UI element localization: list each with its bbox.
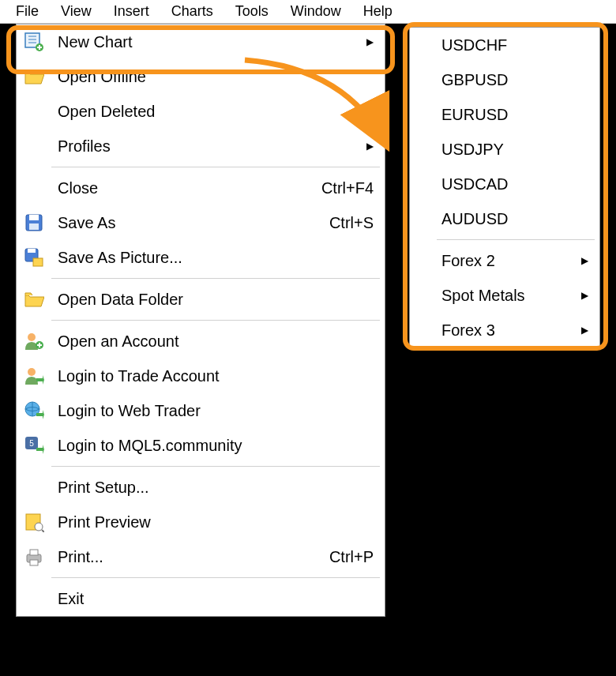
menu-separator [51,466,380,467]
menu-label: Print Setup... [51,479,374,497]
submenu-arrow-icon: ▶ [362,36,374,47]
user-add-icon [17,331,51,351]
file-menu: New Chart ▶ Open Offline Open Deleted ▶ … [16,24,385,617]
svg-point-13 [28,333,36,341]
menu-open-deleted[interactable]: Open Deleted ▶ [17,94,385,129]
menu-shortcut: Ctrl+S [314,214,374,232]
menu-label: Exit [51,590,374,608]
menu-login-trade[interactable]: Login to Trade Account [17,359,385,393]
new-chart-icon [17,32,51,52]
menu-label: Login to Web Trader [51,402,374,420]
svg-rect-9 [29,223,39,230]
menubar: File View Insert Charts Tools Window Hel… [0,0,616,24]
menu-profiles[interactable]: Profiles ▶ [17,129,385,163]
menu-new-chart[interactable]: New Chart ▶ [17,24,385,59]
menubar-window[interactable]: Window [291,3,341,20]
menu-label: Login to MQL5.community [51,437,374,455]
menu-label: USDCAD [437,175,588,193]
menu-save-as-picture[interactable]: Save As Picture... [17,240,385,275]
menu-label: USDJPY [437,141,588,159]
menu-separator [51,577,380,578]
menu-label: Open Data Folder [51,291,374,309]
submenu-usdjpy[interactable]: USDJPY [410,132,599,167]
menu-open-account[interactable]: Open an Account [17,324,385,359]
save-icon [17,212,51,233]
menubar-help[interactable]: Help [363,3,393,20]
menu-label: Forex 3 [437,321,577,340]
menu-label: Close [51,179,306,197]
menu-label: New Chart [51,33,362,51]
folder-icon [17,289,51,310]
submenu-forex3[interactable]: Forex 3 ▶ [410,313,599,347]
submenu-eurusd[interactable]: EURUSD [410,97,599,132]
submenu-audusd[interactable]: AUDUSD [410,201,599,236]
svg-point-17 [28,368,36,376]
menu-save-as[interactable]: Save As Ctrl+S [17,205,385,240]
svg-rect-11 [28,249,36,253]
menu-print-preview[interactable]: Print Preview [17,505,385,539]
printer-icon [17,546,51,567]
print-preview-icon [17,512,51,532]
menu-separator [51,278,380,279]
submenu-usdcad[interactable]: USDCAD [410,167,599,201]
submenu-arrow-icon: ▶ [577,290,588,301]
menu-login-mql5[interactable]: 5 Login to MQL5.community [17,428,385,463]
menu-label: Login to Trade Account [51,367,374,385]
svg-rect-8 [29,215,39,220]
svg-text:5: 5 [29,439,34,448]
menu-login-web[interactable]: Login to Web Trader [17,393,385,428]
menubar-file[interactable]: File [16,3,39,20]
menu-shortcut: Ctrl+P [314,548,374,566]
menu-label: GBPUSD [437,71,588,89]
menu-label: Open Offline [51,68,374,86]
menu-separator [437,239,595,240]
menubar-charts[interactable]: Charts [171,3,213,20]
menu-shortcut: Ctrl+F4 [306,179,374,197]
menu-label: Print Preview [51,513,374,531]
user-arrow-icon [17,366,51,386]
menu-label: Profiles [51,137,362,156]
svg-point-23 [35,523,43,531]
menubar-view[interactable]: View [61,3,92,20]
submenu-forex2[interactable]: Forex 2 ▶ [410,243,599,278]
globe-arrow-icon [17,400,51,421]
menu-open-data-folder[interactable]: Open Data Folder [17,282,385,317]
menu-separator [51,320,380,321]
submenu-arrow-icon: ▶ [577,255,588,266]
svg-rect-27 [30,560,38,565]
svg-line-24 [42,530,44,532]
menu-close[interactable]: Close Ctrl+F4 [17,171,385,205]
menu-exit[interactable]: Exit [17,581,385,616]
new-chart-submenu: USDCHF GBPUSD EURUSD USDJPY USDCAD AUDUS… [409,27,600,348]
menu-label: Spot Metals [437,287,577,305]
menu-label: Save As [51,214,314,232]
menu-separator [51,167,380,167]
menu-label: USDCHF [437,36,588,54]
mql5-icon: 5 [17,435,51,456]
menu-open-offline[interactable]: Open Offline [17,59,385,94]
svg-rect-12 [33,258,43,266]
svg-rect-26 [30,550,38,555]
submenu-gbpusd[interactable]: GBPUSD [410,62,599,97]
menubar-insert[interactable]: Insert [114,3,149,20]
menu-label: Open an Account [51,332,374,351]
menu-print-setup[interactable]: Print Setup... [17,470,385,505]
menu-print[interactable]: Print... Ctrl+P [17,539,385,574]
submenu-usdchf[interactable]: USDCHF [410,28,599,62]
save-picture-icon [17,247,51,268]
submenu-arrow-icon: ▶ [362,141,374,152]
menubar-tools[interactable]: Tools [235,3,269,20]
submenu-arrow-icon: ▶ [577,325,588,336]
menu-label: EURUSD [437,106,588,124]
menu-label: Forex 2 [437,252,577,270]
submenu-arrow-icon: ▶ [362,106,374,117]
submenu-spot-metals[interactable]: Spot Metals ▶ [410,278,599,313]
menu-label: Print... [51,548,314,566]
menu-label: Open Deleted [51,103,362,121]
menu-label: Save As Picture... [51,249,374,267]
folder-open-icon [17,66,51,87]
menu-label: AUDUSD [437,210,588,228]
